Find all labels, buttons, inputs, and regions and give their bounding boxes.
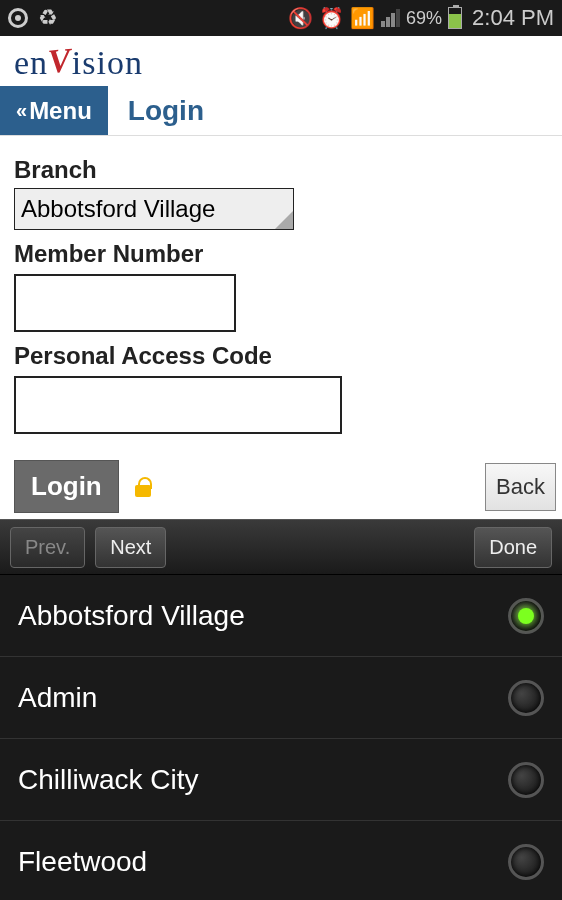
status-left: ♻: [8, 5, 58, 31]
picker-option-label: Chilliwack City: [18, 764, 198, 796]
dropdown-icon: [275, 211, 293, 229]
branch-picker-list[interactable]: Abbotsford Village Admin Chilliwack City…: [0, 575, 562, 900]
clock: 2:04 PM: [472, 5, 554, 31]
page-title: Login: [108, 86, 204, 135]
radio-icon: [508, 844, 544, 880]
menu-button[interactable]: «Menu: [0, 86, 108, 135]
logo: enVision: [14, 44, 143, 82]
chevron-left-icon: «: [16, 99, 27, 122]
radio-icon: [508, 680, 544, 716]
recycle-icon: ♻: [38, 5, 58, 31]
next-button[interactable]: Next: [95, 527, 166, 568]
prev-button: Prev.: [10, 527, 85, 568]
app-circle-icon: [8, 8, 28, 28]
pac-input[interactable]: [14, 376, 342, 434]
menu-label: Menu: [29, 97, 92, 125]
picker-option-label: Abbotsford Village: [18, 600, 245, 632]
wifi-icon: 📶: [350, 6, 375, 30]
picker-option[interactable]: Fleetwood: [0, 821, 562, 900]
login-form: Branch Abbotsford Village Member Number …: [0, 136, 562, 444]
member-number-label: Member Number: [14, 240, 548, 268]
signal-icon: [381, 9, 400, 27]
picker-option-label: Fleetwood: [18, 846, 147, 878]
status-bar: ♻ 🔇 ⏰ 📶 69% 2:04 PM: [0, 0, 562, 36]
radio-icon: [508, 762, 544, 798]
battery-icon: [448, 7, 462, 29]
status-right: 🔇 ⏰ 📶 69% 2:04 PM: [288, 5, 554, 31]
logo-text-post: ision: [72, 44, 143, 81]
picker-option[interactable]: Chilliwack City: [0, 739, 562, 821]
mute-icon: 🔇: [288, 6, 313, 30]
pac-label: Personal Access Code: [14, 342, 548, 370]
back-button[interactable]: Back: [485, 463, 556, 511]
picker-option[interactable]: Admin: [0, 657, 562, 739]
logo-row: enVision: [0, 36, 562, 86]
battery-percent: 69%: [406, 8, 442, 29]
login-button[interactable]: Login: [14, 460, 119, 513]
branch-select[interactable]: Abbotsford Village: [14, 188, 294, 230]
branch-label: Branch: [14, 156, 548, 184]
picker-option[interactable]: Abbotsford Village: [0, 575, 562, 657]
radio-icon: [508, 598, 544, 634]
lock-icon: [133, 477, 153, 497]
member-number-input[interactable]: [14, 274, 236, 332]
alarm-icon: ⏰: [319, 6, 344, 30]
logo-check-icon: V: [46, 41, 73, 81]
action-row: Login Back: [0, 444, 562, 519]
branch-select-value: Abbotsford Village: [21, 195, 215, 223]
nav-row: «Menu Login: [0, 86, 562, 136]
logo-text-pre: en: [14, 44, 48, 81]
done-button[interactable]: Done: [474, 527, 552, 568]
picker-option-label: Admin: [18, 682, 97, 714]
picker-nav: Prev. Next Done: [0, 519, 562, 575]
